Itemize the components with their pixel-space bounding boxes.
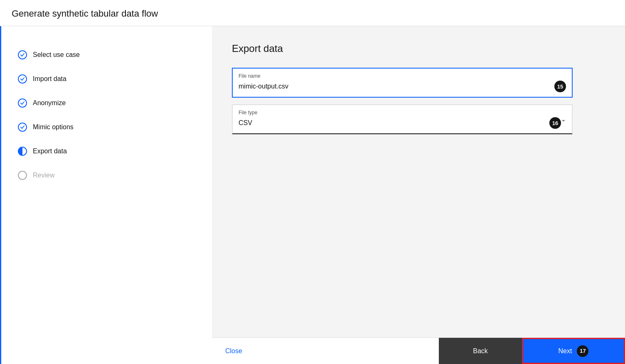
file-type-label-2: File type — [239, 110, 561, 116]
main-content: Select use case Import data Anon — [0, 26, 625, 364]
sidebar-item-review: Review — [18, 163, 212, 187]
check-circle-icon — [18, 50, 27, 59]
back-button[interactable]: Back — [439, 338, 522, 364]
file-name-value-blue: mimic-output.csv — [239, 83, 550, 90]
sidebar-item-import-data[interactable]: Import data — [18, 67, 212, 91]
sidebar-label-import-data: Import data — [33, 75, 66, 83]
sidebar-label-review: Review — [33, 172, 54, 179]
file-type-section: File type CSV 16 File type CSV 16 — [232, 104, 415, 134]
file-name-section: File name mimic-output.csv 15 File name … — [232, 68, 605, 98]
check-circle-icon-2 — [18, 74, 27, 84]
next-button[interactable]: Next 17 — [522, 338, 625, 364]
file-type-value-2: CSV — [239, 119, 545, 127]
sidebar-item-select-use-case[interactable]: Select use case — [18, 43, 212, 67]
file-type-badge-2: 16 — [549, 117, 561, 129]
sidebar-label-select-use-case: Select use case — [33, 51, 80, 59]
file-name-label-blue: File name — [239, 73, 566, 79]
file-name-badge-blue: 15 — [554, 81, 566, 92]
sidebar: Select use case Import data Anon — [0, 26, 212, 364]
sidebar-label-anonymize: Anonymize — [33, 99, 66, 107]
page-title: Generate synthetic tabular data flow — [12, 8, 613, 19]
file-type-select-box[interactable]: File type CSV 16 ⌄ — [232, 104, 573, 134]
panel-footer: Close Back Next 17 — [212, 337, 625, 364]
sidebar-item-anonymize[interactable]: Anonymize — [18, 91, 212, 115]
empty-circle-icon — [18, 171, 27, 180]
check-circle-icon-3 — [18, 98, 27, 108]
sidebar-label-export-data: Export data — [33, 148, 67, 155]
sidebar-item-mimic-options[interactable]: Mimic options — [18, 115, 212, 139]
sidebar-item-export-data[interactable]: Export data — [18, 139, 212, 163]
export-data-title: Export data — [232, 43, 605, 54]
half-circle-icon — [18, 147, 27, 156]
check-circle-icon-4 — [18, 123, 27, 132]
sidebar-label-mimic-options: Mimic options — [33, 123, 74, 131]
close-button[interactable]: Close — [212, 338, 439, 364]
chevron-down-icon: ⌄ — [561, 116, 566, 123]
page-header: Generate synthetic tabular data flow — [0, 0, 625, 26]
right-panel: Export data File name mimic-output.csv 1… — [212, 26, 625, 364]
panel-body: Export data File name mimic-output.csv 1… — [212, 26, 625, 337]
next-badge: 17 — [577, 345, 588, 357]
